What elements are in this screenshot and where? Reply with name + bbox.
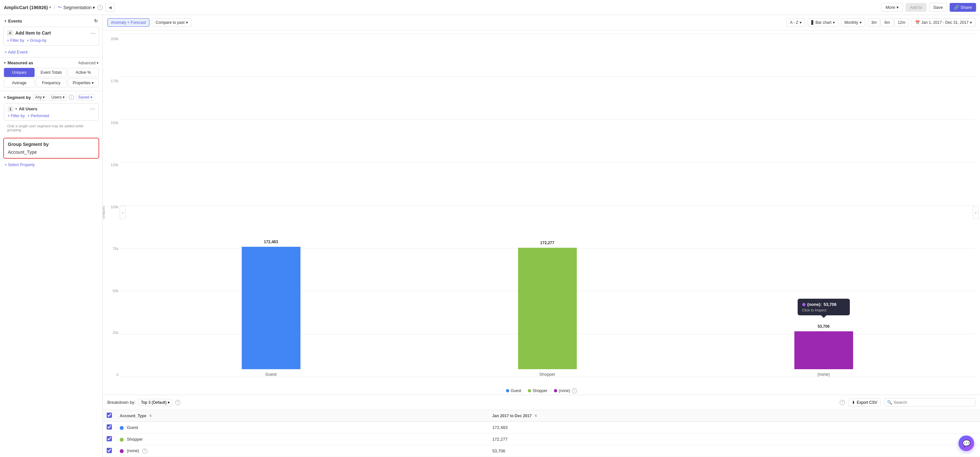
info-icon[interactable]: i (97, 5, 103, 10)
measure-tab-properties[interactable]: Properties ▾ (68, 78, 99, 88)
shopper-checkbox[interactable] (107, 436, 112, 441)
anomaly-forecast-button[interactable]: Anomaly + Forecast (107, 18, 150, 27)
top-navigation: AmplicCart (196926) ▾ / 〜 Segmentation ▾… (0, 0, 980, 15)
chart-type-button[interactable]: ▋ Bar chart ▾ (808, 18, 838, 27)
saved-caret-icon: ▾ (91, 95, 92, 100)
segment-item-caret-icon[interactable]: ▾ (15, 107, 17, 111)
segment-number: 1 (8, 106, 13, 112)
bar-wrapper-guest: 172,483 (242, 247, 301, 369)
top3-caret-icon: ▾ (168, 400, 170, 405)
date-range-button[interactable]: 📅 Jan 1, 2017 - Dec 31, 2017 ▾ (912, 18, 975, 27)
events-section-header: ▾ Events ↻ (0, 15, 102, 25)
segmentation-label[interactable]: 〜 Segmentation ▾ (57, 5, 95, 10)
sort-label: A - Z (790, 20, 798, 25)
bar-wrapper-shopper: 172,277 (518, 248, 577, 369)
table-row: Guest 172,483 (103, 422, 980, 433)
app-title-text: AmplicCart (196926) (4, 5, 48, 10)
bar-guest[interactable] (242, 247, 301, 369)
header-checkbox[interactable] (107, 412, 112, 418)
interval-button[interactable]: Monthly ▾ (841, 18, 865, 27)
range-6m-button[interactable]: 6m (881, 18, 894, 27)
sort-button[interactable]: A - Z ▾ (786, 18, 805, 27)
tooltip-number: 53,706 (824, 302, 837, 307)
refresh-icon[interactable]: ↻ (94, 18, 98, 24)
users-caret-icon: ▾ (63, 95, 65, 100)
event-letter-badge: A (7, 30, 13, 36)
chart-type-label: Bar chart (816, 20, 832, 25)
support-button[interactable]: 💬 (958, 435, 974, 451)
select-property-button[interactable]: + Select Property (0, 161, 102, 169)
add-event-button[interactable]: + Add Event (0, 47, 102, 57)
more-button[interactable]: More ▾ (881, 3, 903, 12)
bar-none[interactable] (794, 331, 853, 369)
range-12m-button[interactable]: 12m (894, 18, 909, 27)
user-segment-left: 1 ▾ All Users (8, 106, 37, 112)
event-item-header: A Add Item to Cart ⋯ (7, 30, 95, 36)
compare-past-button[interactable]: Compare to past ▾ (152, 18, 191, 27)
event-more-icon[interactable]: ⋯ (91, 30, 95, 36)
y-label-125k: 125k (106, 163, 118, 167)
collapse-panel-button[interactable]: ◀ (105, 3, 115, 12)
events-toggle[interactable]: ▾ Events (5, 19, 22, 24)
segment-more-icon[interactable]: ⋯ (90, 106, 95, 112)
legend-help-icon[interactable]: ? (572, 388, 577, 393)
save-button[interactable]: Save (929, 3, 947, 12)
share-button[interactable]: 🔗 Share (950, 3, 976, 12)
top3-button[interactable]: Top 3 (Default) ▾ (138, 399, 173, 406)
measured-as-title[interactable]: ▾ Measured as (4, 61, 33, 65)
range-3m-button[interactable]: 3m (868, 18, 880, 27)
table-row: (none) ? 53,706 (103, 445, 980, 457)
search-input[interactable] (894, 400, 972, 405)
guest-checkbox[interactable] (107, 424, 112, 430)
none-help-icon[interactable]: ? (142, 449, 148, 454)
chart-toolbar: Anomaly + Forecast Compare to past ▾ A -… (103, 15, 980, 30)
row-checkbox-guest[interactable] (103, 422, 116, 433)
row-name-none: (none) ? (116, 445, 488, 457)
measure-tab-average[interactable]: Average (4, 78, 35, 88)
top3-label: Top 3 (Default) (141, 400, 167, 405)
row-checkbox-shopper[interactable] (103, 433, 116, 445)
any-badge[interactable]: Any ▾ (33, 94, 47, 100)
add-to-button[interactable]: Add to (905, 3, 926, 12)
performed-link[interactable]: + Performed (27, 114, 49, 118)
table-help-icon[interactable]: ? (840, 400, 845, 405)
advanced-caret-icon: ▾ (97, 61, 99, 65)
bar-label-guest: 172,483 (264, 240, 278, 244)
chart-nav-right[interactable]: › (973, 206, 979, 219)
measure-tab-frequency[interactable]: Frequency (36, 78, 67, 88)
saved-badge[interactable]: Saved ▾ (76, 94, 95, 100)
bar-shopper[interactable] (518, 248, 577, 369)
users-badge[interactable]: Users ▾ (49, 94, 67, 100)
date-caret-icon: ▾ (970, 20, 972, 25)
segment-num-text: 1 (10, 107, 11, 111)
search-input-wrap: 🔍 (884, 398, 975, 406)
advanced-badge[interactable]: Advanced ▾ (78, 61, 99, 65)
y-axis-labels: 200k 175k 150k 125k 100k 75k 50k 25k 0 (106, 37, 118, 377)
save-label: Save (933, 5, 943, 10)
measure-tab-uniques[interactable]: Uniques (4, 68, 35, 77)
legend-label-none: (none) (559, 389, 570, 393)
breakdown-help-icon[interactable]: ? (175, 400, 180, 405)
y-label-25k: 25k (106, 331, 118, 334)
y-label-175k: 175k (106, 79, 118, 83)
bar-wrapper-none: (none): 53,706 Click to Inspect 53,706 (794, 331, 853, 369)
export-csv-button[interactable]: ⬇ Export CSV (848, 398, 881, 406)
th-account-type[interactable]: Account_Type ⇅ (116, 410, 488, 422)
compare-caret-icon: ▾ (186, 20, 188, 25)
row-checkbox-none[interactable] (103, 445, 116, 457)
chart-nav-left[interactable]: ‹ (120, 206, 126, 219)
y-label-150k: 150k (106, 121, 118, 125)
measure-tab-active-percent[interactable]: Active % (68, 68, 99, 77)
bar-chart-icon: ▋ (811, 20, 814, 25)
segment-info-icon[interactable]: i (69, 95, 74, 100)
th-date-range[interactable]: Jan 2017 to Dec 2017 ⇅ (488, 410, 980, 422)
app-title[interactable]: AmplicCart (196926) ▾ (4, 5, 51, 10)
group-by-link[interactable]: + Group-by (27, 38, 46, 43)
none-checkbox[interactable] (107, 448, 112, 453)
warning-message: Only a single user segment may be added … (7, 124, 84, 132)
segment-by-title[interactable]: ▾ Segment by (4, 95, 31, 100)
select-property-label: + Select Property (5, 162, 35, 167)
filter-by-link[interactable]: + Filter by (7, 38, 24, 43)
segment-filter-link[interactable]: + Filter by (8, 114, 25, 118)
measure-tab-event-totals[interactable]: Event Totals (36, 68, 67, 77)
